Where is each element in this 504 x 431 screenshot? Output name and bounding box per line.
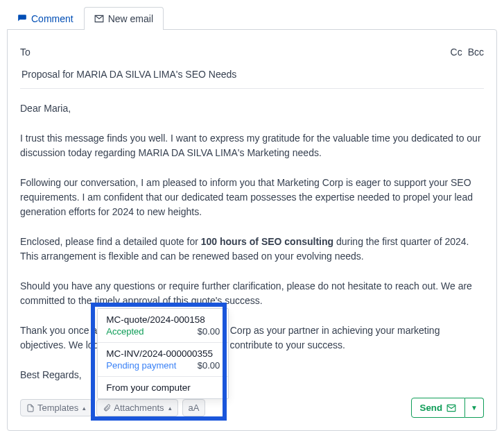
templates-button[interactable]: Templates ▴ [20,399,92,416]
attachment-title: MC-quote/2024-000158 [106,314,220,325]
email-compose-panel: To Cc Bcc Proposal for MARIA DA SILVA LI… [7,29,497,431]
compose-toolbar: Templates ▴ Attachments ▴ aA Send ▼ [20,398,484,418]
send-button[interactable]: Send [411,398,466,418]
attachment-from-computer[interactable]: From your computer [98,376,228,398]
caret-up-icon: ▴ [82,405,86,412]
body-signoff: Best Regards, [20,368,484,382]
envelope-icon [446,403,456,413]
body-p5: Should you have any questions or require… [20,279,484,308]
send-caret-button[interactable]: ▼ [465,398,484,418]
comment-icon [17,14,27,24]
attachment-price: $0.00 [198,326,220,337]
send-button-group: Send ▼ [411,398,485,418]
text-case-label: aA [189,403,200,413]
envelope-icon [94,14,104,24]
attachment-item-quote[interactable]: MC-quote/2024-000158 Accepted $0.00 [98,309,228,342]
send-label: Send [420,403,443,413]
email-body[interactable]: Dear Maria, I trust this message finds y… [20,89,484,382]
subject-text: Proposal for MARIA DA SILVA LIMA's SEO N… [21,69,236,80]
caret-up-icon: ▴ [168,405,172,412]
cc-toggle[interactable]: Cc [451,47,462,58]
paperclip-icon [103,404,111,412]
subject-field[interactable]: Proposal for MARIA DA SILVA LIMA's SEO N… [20,65,484,89]
attachments-dropdown: MC-quote/2024-000158 Accepted $0.00 MC-I… [97,308,229,399]
attachments-button[interactable]: Attachments ▴ [96,399,177,416]
tab-comment[interactable]: Comment [7,7,84,30]
body-p3: Following our conversation, I am pleased… [20,176,484,219]
bcc-toggle[interactable]: Bcc [468,47,484,58]
file-icon [26,404,35,412]
to-label: To [20,47,31,58]
attachment-title: MC-INV/2024-000000355 [106,348,220,359]
tab-new-email[interactable]: New email [84,7,164,30]
templates-label: Templates [37,403,78,413]
from-computer-label: From your computer [106,382,220,393]
attachment-price: $0.00 [198,360,220,371]
tab-comment-label: Comment [31,13,73,24]
body-greeting: Dear Maria, [20,101,484,116]
cc-bcc-group: Cc Bcc [451,47,484,58]
compose-tabs: Comment New email [7,7,497,30]
attachments-label: Attachments [114,403,164,413]
tab-new-email-label: New email [108,13,153,24]
attachment-status: Pending payment [106,360,176,371]
attachment-item-invoice[interactable]: MC-INV/2024-000000355 Pending payment $0… [98,342,228,376]
to-row: To Cc Bcc [20,42,484,65]
text-case-button[interactable]: aA [182,399,206,416]
body-p2: I trust this message finds you well. I w… [20,131,484,160]
body-bold-hours: 100 hours of SEO consulting [201,236,333,247]
body-p4: Enclosed, please find a detailed quote f… [20,235,484,264]
body-p6: Thank you once again for considering Mar… [20,323,484,353]
attachment-status: Accepted [106,326,144,337]
